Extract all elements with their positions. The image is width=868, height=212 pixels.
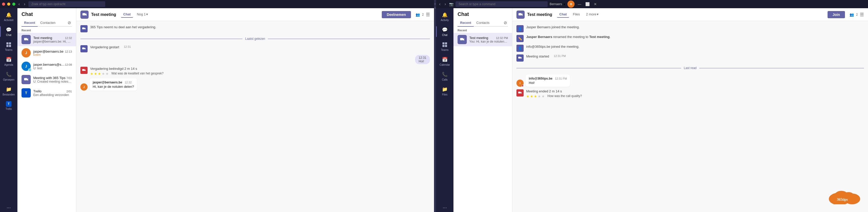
maximize-button[interactable] bbox=[12, 3, 16, 6]
chat-item-time-2: 12:13 bbox=[65, 50, 72, 53]
right-tab-recent[interactable]: Recent bbox=[458, 19, 474, 26]
right-header-tab-more[interactable]: 2 more ▾ bbox=[584, 11, 601, 18]
right-header-tab-files[interactable]: Files bbox=[570, 11, 582, 18]
right-sidebar-label-files: Files bbox=[442, 93, 447, 96]
tab-recent[interactable]: Recent bbox=[22, 19, 38, 26]
end-icon bbox=[81, 67, 88, 74]
msg-sender: jasper@bernaers.be bbox=[93, 81, 122, 84]
chat-item-time-3: 12:08 bbox=[65, 63, 72, 66]
right-chat-list-panel: Chat Recent Contacts ⊘ Recent Test meeti… bbox=[454, 8, 513, 212]
chat-list-panel: Chat Recent Contacten ⊘ Recent Test meet… bbox=[18, 8, 76, 212]
right-chat-item-preview: You: Hi, kan je de notulen delen? bbox=[469, 40, 508, 43]
right-sidebar-more[interactable]: ... bbox=[443, 204, 447, 209]
avatar-jasper1: J bbox=[22, 48, 31, 57]
camera-icon[interactable]: 📷 bbox=[449, 2, 454, 6]
right-sidebar-item-files[interactable]: 📁 Files bbox=[436, 84, 454, 99]
minimize-icon[interactable]: — bbox=[577, 2, 582, 7]
chat-item-preview-3: U: test bbox=[33, 67, 72, 70]
rating-stars: ★ ★ ★ ★ ★ Wat was de kwaliteit van het g… bbox=[90, 72, 164, 76]
chat-item-trello[interactable]: T Trello 2/01 Een afbeelding verzonden bbox=[18, 86, 76, 100]
avatar-jasper2: J 🌐 bbox=[22, 61, 31, 71]
right-titlebar: ‹ › 📷 Bernaers ▾ B — ⬜ ✕ bbox=[436, 0, 868, 8]
tab-contacten[interactable]: Contacten bbox=[38, 19, 58, 26]
header-tabs-left: Chat Nog 1 ▾ bbox=[121, 11, 151, 18]
right-meeting-icon bbox=[517, 10, 525, 19]
join-button-left[interactable]: Deelnemen bbox=[382, 11, 411, 18]
sidebar-more-button[interactable]: ... bbox=[7, 204, 11, 209]
right-system-msg-2: ✏️ Jasper Bernaers renamed the meeting t… bbox=[517, 35, 864, 42]
right-chat-item-test-meeting[interactable]: Test meeting 12:32 PM You: Hi, kan je de… bbox=[454, 33, 512, 46]
minimize-button[interactable] bbox=[7, 3, 10, 6]
left-sidebar: 🔔 Activiteit 💬 Chat Teams 📅 Agenda 📞 Opr… bbox=[0, 8, 18, 212]
right-sidebar-item-activity[interactable]: 🔔 Activity bbox=[436, 9, 454, 24]
right-sidebar-item-teams[interactable]: Teams bbox=[436, 39, 454, 54]
system-msg-text-2: Vergadering gestart bbox=[90, 45, 119, 49]
svg-rect-4 bbox=[24, 38, 27, 40]
avatar-test-meeting bbox=[22, 35, 31, 44]
right-tab-contacts[interactable]: Contacts bbox=[474, 19, 492, 26]
chat-icon: 💬 bbox=[6, 27, 12, 33]
chat-item-preview-5: Een afbeelding verzonden bbox=[33, 93, 72, 97]
svg-rect-1 bbox=[9, 42, 11, 45]
right-stars-label: How was the call quality? bbox=[548, 94, 582, 98]
sidebar-label-agenda: Agenda bbox=[4, 63, 13, 66]
nav-back-button[interactable]: ‹ bbox=[18, 1, 21, 7]
header-tab-nog1-left[interactable]: Nog 1 ▾ bbox=[134, 11, 151, 18]
right-activity-icon: 🔔 bbox=[442, 12, 448, 18]
right-chat-item-name: Test meeting bbox=[469, 36, 488, 40]
sidebar-item-activity[interactable]: 🔔 Activiteit bbox=[0, 9, 18, 24]
chat-item-jasper2[interactable]: J 🌐 jasper.bernaers@syner... 12:08 U: te… bbox=[18, 59, 76, 73]
nav-forward-button[interactable]: › bbox=[23, 1, 26, 7]
filter-icon[interactable]: ⊘ bbox=[67, 19, 72, 26]
chat-item-name-3: jasper.bernaers@syner... bbox=[33, 63, 65, 67]
svg-rect-0 bbox=[6, 42, 8, 45]
right-sidebar-item-chat[interactable]: 💬 Chat bbox=[436, 24, 454, 39]
sidebar-item-bestanden[interactable]: 📁 Bestanden bbox=[0, 84, 18, 99]
right-filter-icon[interactable]: ⊘ bbox=[503, 19, 508, 26]
user-name: Bernaers bbox=[550, 2, 562, 6]
menu-icon-left[interactable]: ☰ bbox=[426, 12, 430, 18]
sidebar-label-bestanden: Bestanden bbox=[3, 93, 15, 96]
sidebar-item-trello[interactable]: T Trello bbox=[0, 99, 18, 113]
sidebar-item-oproepen[interactable]: 📞 Oproepen bbox=[0, 69, 18, 84]
chat-item-info-5: Trello 2/01 Een afbeelding verzonden bbox=[33, 89, 72, 97]
chat-panel-header: Chat Recent Contacten ⊘ bbox=[18, 8, 76, 27]
close-button[interactable] bbox=[2, 3, 5, 6]
chat-item-meeting365[interactable]: Meeting with 365 Tips 7/03 U: Created me… bbox=[18, 73, 76, 86]
chat-item-jasper1[interactable]: J jasper@bernaers.be 12:13 Extern bbox=[18, 46, 76, 59]
chat-item-preview-4: U: Created meeting notes for this ... bbox=[33, 80, 72, 83]
chat-item-info: Test meeting 12:32 jasper@bernaers.be: H… bbox=[33, 36, 72, 43]
header-tab-chat-left[interactable]: Chat bbox=[121, 11, 133, 18]
main-chat-header-left: Test meeting Chat Nog 1 ▾ Deelnemen 👥 2 … bbox=[76, 8, 434, 21]
right-menu-icon[interactable]: ☰ bbox=[860, 12, 864, 18]
svg-text:365tips: 365tips bbox=[837, 197, 848, 202]
sidebar-item-agenda[interactable]: 📅 Agenda bbox=[0, 54, 18, 69]
search-input[interactable] bbox=[28, 1, 105, 7]
right-join-button[interactable]: Join bbox=[828, 11, 845, 18]
right-sidebar-label-calls: Calls bbox=[442, 78, 447, 81]
right-msg-sender: info@365tips.be bbox=[529, 77, 552, 80]
right-participant-icon: 👥 bbox=[849, 12, 854, 17]
chat-item-time: 12:32 bbox=[65, 36, 72, 39]
chat-item-name-5: Trello bbox=[33, 89, 41, 93]
sidebar-item-chat[interactable]: 💬 Chat bbox=[0, 24, 18, 39]
user-profile: Bernaers ▾ bbox=[550, 2, 566, 6]
chat-item-name-4: Meeting with 365 Tips bbox=[33, 76, 66, 80]
chat-panel-tabs: Recent Contacten ⊘ bbox=[22, 19, 72, 27]
sidebar-label-activity: Activiteit bbox=[4, 19, 13, 22]
maximize-icon[interactable]: ⬜ bbox=[584, 2, 591, 7]
right-chat-panel-tabs: Recent Contacts ⊘ bbox=[458, 19, 508, 27]
left-titlebar: ‹ › bbox=[0, 0, 434, 8]
right-header-tab-chat[interactable]: Chat bbox=[557, 11, 569, 18]
right-sidebar-item-calendar[interactable]: 📅 Calendar bbox=[436, 54, 454, 69]
right-rating-stars: ★ ★ ★ ★ ★ How was the call quality? bbox=[526, 94, 582, 98]
header-icons-left: 👥 2 ☰ bbox=[415, 12, 430, 18]
right-search-input[interactable] bbox=[456, 1, 548, 7]
right-nav-forward[interactable]: › bbox=[443, 1, 447, 7]
right-nav-back[interactable]: ‹ bbox=[438, 1, 441, 7]
close-icon[interactable]: ✕ bbox=[593, 2, 598, 7]
sidebar-item-teams[interactable]: Teams bbox=[0, 39, 18, 54]
chat-item-info-4: Meeting with 365 Tips 7/03 U: Created me… bbox=[33, 76, 72, 83]
right-sidebar-item-calls[interactable]: 📞 Calls bbox=[436, 69, 454, 84]
chat-item-test-meeting[interactable]: Test meeting 12:32 jasper@bernaers.be: H… bbox=[18, 33, 76, 46]
